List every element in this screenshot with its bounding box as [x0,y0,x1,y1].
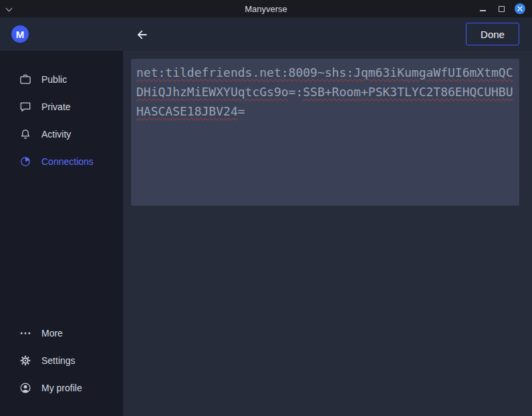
minimize-button[interactable] [477,3,488,14]
sidebar-item-settings[interactable]: Settings [0,347,123,374]
invite-code-input[interactable]: net:tildefriends.net:8009~shs:Jqm63iKumg… [131,59,519,206]
sidebar-item-public[interactable]: Public [0,65,123,93]
titlebar: Manyverse [0,0,532,17]
more-dots-icon [18,326,33,341]
restore-icon [499,6,505,12]
sidebar-item-activity[interactable]: Activity [0,120,123,148]
briefcase-icon [18,72,33,87]
sidebar-item-label: Private [41,101,71,112]
done-button[interactable]: Done [466,23,519,45]
app-header: M Done [0,17,532,51]
chat-bubble-icon [18,99,33,114]
sidebar-item-my-profile[interactable]: My profile [0,374,123,401]
close-icon [517,6,523,11]
connections-pie-icon [18,154,33,169]
person-icon [18,381,33,395]
close-button[interactable] [515,3,525,14]
bell-icon [18,127,33,142]
main-content: net:tildefriends.net:8009~shs:Jqm63iKumg… [123,51,532,416]
sidebar: Public Private Activity [0,51,123,416]
minimize-icon [480,10,486,11]
back-button[interactable] [134,26,151,43]
sidebar-item-more[interactable]: More [0,319,123,347]
sidebar-spacer [0,175,123,319]
gear-icon [18,353,33,368]
sidebar-item-connections[interactable]: Connections [0,148,123,175]
sidebar-item-label: Connections [41,156,94,167]
invite-text-segment: =: [289,85,303,99]
window-controls [477,0,525,17]
manyverse-logo: M [11,25,29,43]
chevron-down-icon[interactable] [7,6,12,11]
sidebar-item-label: Public [41,74,67,85]
window-title: Manyverse [0,4,532,14]
invite-text-segment: = [238,104,245,118]
sidebar-item-label: More [41,328,63,339]
restore-button[interactable] [496,3,507,14]
manyverse-window: Manyverse M Done [0,0,532,416]
sidebar-item-private[interactable]: Private [0,93,123,120]
done-label: Done [481,29,505,40]
arrow-back-icon [135,27,150,42]
logo-letter: M [16,29,25,40]
sidebar-item-label: Settings [41,355,76,366]
sidebar-item-label: Activity [41,129,71,140]
sidebar-item-label: My profile [41,383,82,393]
